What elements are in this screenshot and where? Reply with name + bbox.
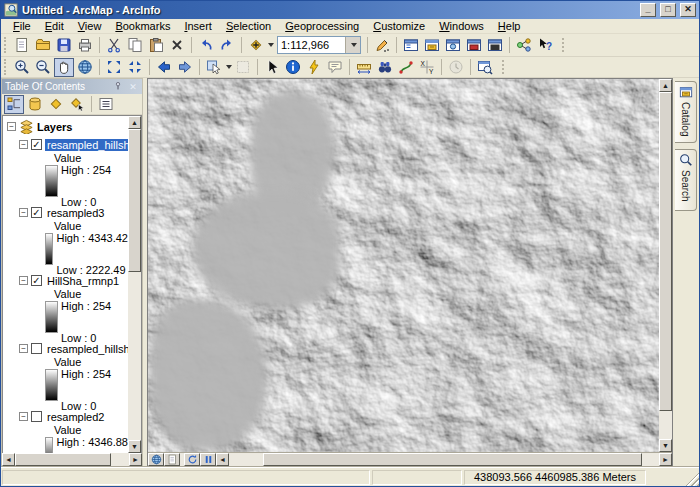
map-canvas[interactable] — [148, 79, 659, 452]
collapse-icon[interactable]: − — [19, 344, 28, 353]
menu-item-selection[interactable]: Selection — [220, 19, 277, 33]
viewer-window-icon[interactable] — [475, 58, 495, 77]
table-of-contents-window-icon[interactable] — [401, 36, 421, 55]
menu-item-edit[interactable]: Edit — [39, 19, 70, 33]
save-icon[interactable] — [54, 36, 74, 55]
toolbar-options-handle[interactable] — [498, 60, 504, 74]
catalog-tab[interactable]: Catalog — [675, 81, 697, 143]
search-tab[interactable]: Search — [675, 149, 697, 211]
layer-visibility-checkbox[interactable] — [31, 139, 42, 150]
scroll-right-icon[interactable]: ► — [129, 453, 142, 466]
new-document-icon[interactable] — [12, 36, 32, 55]
map-horizontal-scrollbar[interactable] — [229, 453, 659, 466]
menu-item-insert[interactable]: Insert — [178, 19, 218, 33]
toolbar-grip[interactable] — [4, 59, 8, 75]
scroll-up-icon[interactable]: ▲ — [659, 79, 672, 92]
editor-pencil-icon[interactable] — [372, 36, 392, 55]
list-by-drawing-order-icon[interactable] — [4, 95, 24, 114]
minimize-button[interactable]: _ — [640, 3, 656, 17]
open-folder-icon[interactable] — [33, 36, 53, 55]
delete-icon[interactable] — [167, 36, 187, 55]
scroll-left-icon[interactable]: ◄ — [2, 453, 15, 466]
pin-icon[interactable] — [112, 81, 124, 93]
menu-item-help[interactable]: Help — [492, 19, 527, 33]
layer-name[interactable]: resampled2 — [45, 411, 106, 423]
scale-combo-dropdown[interactable] — [345, 37, 360, 53]
menu-item-windows[interactable]: Windows — [433, 19, 490, 33]
fixed-zoom-in-icon[interactable] — [104, 58, 124, 77]
forward-extent-icon[interactable] — [175, 58, 195, 77]
scroll-thumb[interactable] — [128, 129, 141, 272]
layer-name[interactable]: resampled_hillshade2 — [45, 343, 128, 355]
menu-item-view[interactable]: View — [72, 19, 108, 33]
layer-row[interactable]: − resampled_hillshade2 — [19, 341, 128, 356]
toc-options-icon[interactable] — [96, 95, 116, 114]
menu-item-bookmarks[interactable]: Bookmarks — [109, 19, 176, 33]
layer-row[interactable]: − HillSha_rmnp1 — [19, 273, 128, 288]
refresh-view-button[interactable] — [184, 453, 200, 466]
layer-row[interactable]: − resampled3 — [19, 205, 128, 220]
scroll-thumb[interactable] — [659, 92, 672, 411]
layer-name[interactable]: resampled3 — [45, 207, 106, 219]
scroll-thumb[interactable] — [263, 453, 641, 466]
undo-icon[interactable] — [196, 36, 216, 55]
fixed-zoom-out-icon[interactable] — [125, 58, 145, 77]
collapse-icon[interactable]: − — [19, 208, 28, 217]
list-by-source-icon[interactable] — [25, 95, 45, 114]
menu-item-customize[interactable]: Customize — [367, 19, 431, 33]
collapse-icon[interactable]: − — [7, 122, 16, 131]
scroll-right-icon[interactable]: ► — [659, 453, 672, 466]
hyperlink-icon[interactable] — [304, 58, 324, 77]
scroll-thumb[interactable] — [15, 453, 111, 466]
list-by-selection-icon[interactable] — [67, 95, 87, 114]
layers-root[interactable]: − Layers — [7, 119, 128, 134]
close-button[interactable]: ✕ — [680, 3, 696, 17]
collapse-icon[interactable]: − — [19, 412, 28, 421]
layer-visibility-checkbox[interactable] — [31, 411, 42, 422]
zoom-out-icon[interactable] — [33, 58, 53, 77]
map-vertical-scrollbar[interactable]: ▲ ▼ — [659, 79, 672, 452]
toc-horizontal-scrollbar[interactable]: ◄ ► — [2, 453, 142, 466]
toc-vertical-scrollbar[interactable]: ▲ ▼ — [128, 116, 141, 453]
select-features-icon[interactable] — [204, 58, 224, 77]
layers-root-label[interactable]: Layers — [37, 121, 72, 133]
toolbar-options-handle[interactable] — [558, 38, 564, 52]
search-window-icon[interactable] — [443, 36, 463, 55]
layer-name[interactable]: resampled_hillshade3 — [45, 139, 128, 151]
layer-visibility-checkbox[interactable] — [31, 343, 42, 354]
go-to-xy-icon[interactable] — [417, 58, 437, 77]
scroll-down-icon[interactable]: ▼ — [128, 440, 141, 453]
paste-icon[interactable] — [146, 36, 166, 55]
scroll-up-icon[interactable]: ▲ — [128, 116, 141, 129]
scale-combo[interactable]: 1:112,966 — [277, 36, 361, 54]
identify-icon[interactable] — [283, 58, 303, 77]
measure-icon[interactable] — [354, 58, 374, 77]
collapse-icon[interactable]: − — [19, 140, 28, 149]
scroll-left-icon[interactable]: ◄ — [216, 453, 229, 466]
layer-name[interactable]: HillSha_rmnp1 — [45, 275, 121, 287]
select-elements-icon[interactable] — [262, 58, 282, 77]
arctoolbox-window-icon[interactable] — [464, 36, 484, 55]
find-route-icon[interactable] — [396, 58, 416, 77]
zoom-in-icon[interactable] — [12, 58, 32, 77]
toolbar-grip[interactable] — [4, 37, 8, 53]
add-data-icon[interactable] — [246, 36, 266, 55]
scroll-track[interactable] — [15, 453, 129, 466]
scroll-down-icon[interactable]: ▼ — [659, 439, 672, 452]
data-view-button[interactable] — [148, 453, 164, 466]
html-popup-icon[interactable] — [325, 58, 345, 77]
print-icon[interactable] — [75, 36, 95, 55]
layout-view-button[interactable] — [164, 453, 180, 466]
add-data-dropdown-icon[interactable] — [268, 43, 274, 47]
copy-icon[interactable] — [125, 36, 145, 55]
help-pointer-icon[interactable] — [535, 36, 555, 55]
full-extent-icon[interactable] — [75, 58, 95, 77]
scroll-track[interactable] — [659, 92, 672, 439]
collapse-icon[interactable]: − — [19, 276, 28, 285]
toc-header[interactable]: Table Of Contents ✕ — [2, 79, 142, 94]
layer-visibility-checkbox[interactable] — [31, 207, 42, 218]
menu-item-file[interactable]: File — [7, 19, 37, 33]
window-resize-grip[interactable] — [685, 472, 699, 486]
layer-row[interactable]: − resampled2 — [19, 409, 128, 424]
close-icon[interactable]: ✕ — [127, 82, 139, 92]
